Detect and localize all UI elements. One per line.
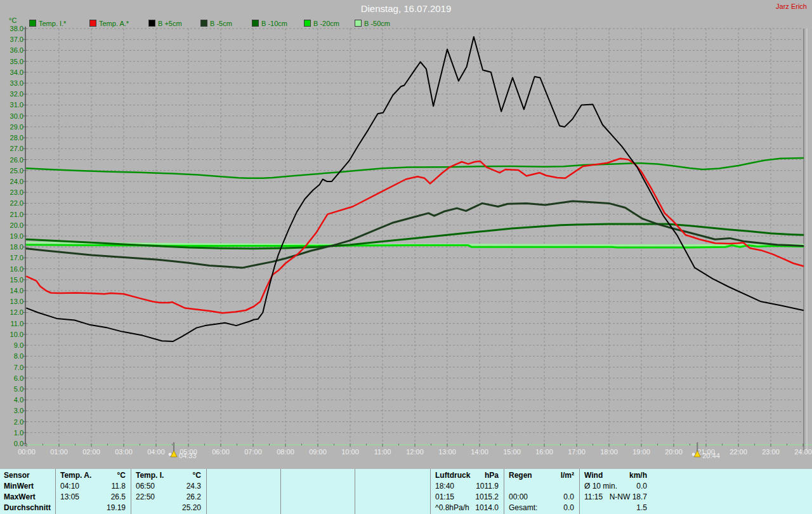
footer-cell-value-temp_i: 25.20 — [131, 503, 201, 513]
y-tick-label: 14.0 — [10, 287, 23, 294]
y-tick-label: 25.0 — [10, 167, 23, 175]
footer-cell-value-temp_a: 26.5 — [55, 492, 126, 502]
x-tick-label: 03:00 — [115, 448, 133, 456]
footer-cell-value-luftdruck: 1015.2 — [430, 492, 499, 502]
y-tick-label: 35.0 — [10, 58, 23, 65]
y-tick-label: 21.0 — [10, 211, 23, 218]
y-tick-label: 8.0 — [14, 352, 23, 360]
x-tick-label: 10:00 — [341, 448, 359, 456]
x-tick-label: 11:00 — [374, 448, 391, 456]
footer-col-unit-temp_a: °C — [55, 470, 126, 480]
sunrise-sun-icon — [169, 453, 172, 456]
x-tick-label: 20:00 — [665, 448, 683, 456]
x-tick-label: 06:00 — [212, 448, 230, 456]
footer-cell-value-luftdruck: 1014.0 — [430, 503, 499, 513]
footer-divider — [355, 469, 355, 514]
footer-row-label: MaxWert — [4, 492, 36, 502]
weather-station-window: Dienstag, 16.07.2019 Jarz Erich °C Temp.… — [0, 0, 812, 514]
footer-row-label: Durchschnitt — [4, 503, 51, 513]
footer-cell-value-regen: 0.0 — [504, 492, 574, 502]
sensor-stats-bar: SensorMinWertMaxWertDurchschnittTemp. A.… — [0, 469, 812, 514]
y-tick-label: 26.0 — [10, 156, 23, 164]
sunset-time-label: 20:44 — [702, 452, 720, 459]
y-tick-label: 1.0 — [14, 429, 23, 437]
y-tick-label: 11.0 — [10, 320, 23, 327]
y-tick-label: 16.0 — [10, 265, 23, 273]
y-tick-label: 12.0 — [10, 308, 23, 316]
sunset-sun-icon — [692, 453, 695, 456]
footer-col-unit-temp_i: °C — [131, 470, 201, 480]
sunrise-arrow-icon — [171, 451, 177, 457]
x-tick-label: 13:00 — [438, 448, 456, 456]
footer-cell-value-wind: N-NW 18.7 — [579, 492, 647, 502]
footer-cell-value-luftdruck: 1011.9 — [430, 481, 499, 491]
y-tick-label: 24.0 — [10, 178, 23, 185]
y-tick-label: 38.0 — [10, 25, 23, 32]
x-tick-label: 23:00 — [762, 448, 780, 456]
footer-cell-value-temp_a: 11.8 — [55, 481, 126, 491]
y-tick-label: 32.0 — [10, 90, 23, 98]
x-tick-label: 00:00 — [18, 448, 36, 456]
series-line-temp-i — [27, 158, 803, 178]
y-tick-label: 23.0 — [10, 188, 23, 196]
y-tick-label: 29.0 — [10, 123, 23, 131]
x-tick-label: 15:00 — [503, 448, 521, 456]
y-tick-label: 17.0 — [10, 254, 23, 261]
x-tick-label: 09:00 — [309, 448, 327, 456]
footer-col-unit-wind: km/h — [579, 470, 647, 480]
x-tick-label: 07:00 — [244, 448, 262, 456]
y-tick-label: 22.0 — [10, 199, 23, 207]
y-tick-label: 5.0 — [14, 385, 23, 393]
y-tick-label: 30.0 — [10, 112, 23, 120]
footer-cell-value-temp_i: 26.2 — [131, 492, 201, 502]
x-tick-label: 04:00 — [147, 448, 165, 456]
y-tick-label: 36.0 — [10, 46, 23, 54]
x-tick-label: 19:00 — [632, 448, 650, 456]
y-tick-label: 9.0 — [14, 341, 23, 349]
y-tick-label: 27.0 — [10, 145, 23, 152]
y-tick-label: 19.0 — [10, 232, 23, 240]
temperature-chart: 38.037.036.035.034.033.032.031.030.029.0… — [0, 0, 812, 469]
x-tick-label: 24:00 — [794, 448, 812, 456]
y-tick-label: 34.0 — [10, 69, 23, 76]
y-tick-label: 2.0 — [14, 418, 23, 426]
y-tick-label: 13.0 — [10, 298, 23, 305]
x-tick-label: 02:00 — [82, 448, 100, 456]
footer-divider — [280, 469, 281, 514]
y-tick-label: 37.0 — [10, 36, 23, 43]
y-tick-label: 15.0 — [10, 276, 23, 284]
x-tick-label: 12:00 — [406, 448, 424, 456]
x-tick-label: 14:00 — [471, 448, 488, 456]
footer-cell-value-wind: 0.0 — [579, 481, 647, 491]
y-tick-label: 33.0 — [10, 79, 23, 87]
x-tick-label: 22:00 — [730, 448, 747, 456]
y-tick-label: 3.0 — [14, 407, 23, 414]
footer-row-label: Sensor — [4, 470, 30, 480]
footer-cell-value-temp_a: 19.19 — [55, 503, 126, 513]
y-tick-label: 4.0 — [14, 396, 23, 404]
y-tick-label: 18.0 — [10, 243, 23, 251]
footer-divider — [206, 469, 207, 514]
footer-cell-value-regen: 0.0 — [504, 503, 574, 513]
x-tick-label: 17:00 — [568, 448, 586, 456]
y-tick-label: 6.0 — [14, 374, 23, 382]
footer-cell-value-temp_i: 24.3 — [131, 481, 201, 491]
y-tick-label: 28.0 — [10, 134, 23, 142]
footer-col-unit-regen: l/m² — [504, 470, 574, 480]
x-tick-label: 01:00 — [50, 448, 68, 456]
y-tick-label: 31.0 — [10, 101, 23, 109]
x-tick-label: 08:00 — [277, 448, 294, 456]
footer-col-unit-luftdruck: hPa — [430, 470, 499, 480]
y-tick-label: 0.0 — [14, 440, 23, 447]
y-tick-label: 20.0 — [10, 221, 23, 229]
footer-cell-value-wind: 1.5 — [579, 503, 647, 513]
footer-row-label: MinWert — [4, 481, 34, 491]
sunrise-time-label: 04:33 — [179, 452, 197, 459]
x-tick-label: 18:00 — [600, 448, 618, 456]
x-tick-label: 16:00 — [535, 448, 553, 456]
y-tick-label: 7.0 — [14, 364, 23, 371]
y-tick-label: 10.0 — [10, 331, 23, 338]
